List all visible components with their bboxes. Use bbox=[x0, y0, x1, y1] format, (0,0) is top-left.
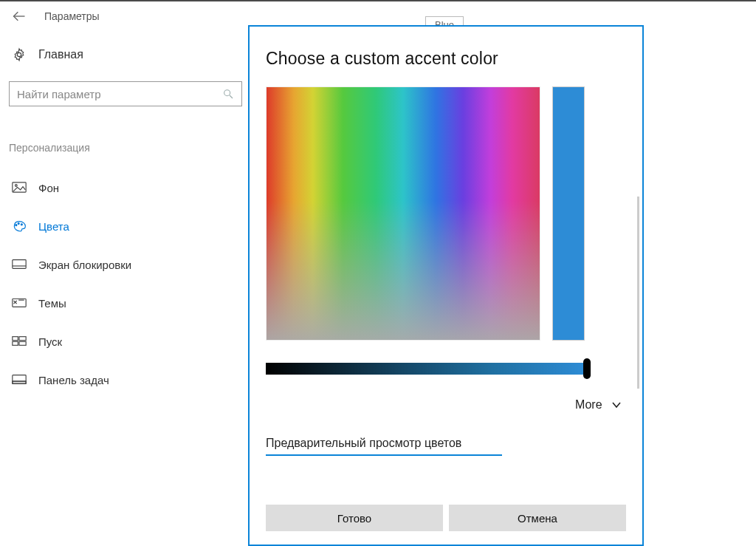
preview-underline bbox=[266, 454, 502, 456]
sidebar-nav: Фон Цвета Экран блокировки bbox=[9, 168, 242, 399]
home-label: Главная bbox=[38, 48, 83, 61]
sidebar-item-label: Цвета bbox=[38, 220, 69, 233]
header-row: Параметры bbox=[12, 9, 100, 24]
lockscreen-icon bbox=[12, 259, 27, 270]
dialog-scrollbar[interactable] bbox=[637, 197, 639, 389]
svg-point-6 bbox=[16, 225, 17, 226]
search-icon bbox=[222, 88, 234, 100]
chevron-down-icon bbox=[611, 398, 622, 411]
svg-point-1 bbox=[17, 52, 21, 56]
svg-point-5 bbox=[16, 185, 18, 187]
svg-rect-13 bbox=[13, 337, 18, 341]
sidebar-item-start[interactable]: Пуск bbox=[9, 322, 242, 361]
start-icon bbox=[12, 335, 27, 347]
sidebar-item-themes[interactable]: Темы bbox=[9, 284, 242, 322]
search-input[interactable]: Найти параметр bbox=[9, 81, 242, 106]
svg-rect-16 bbox=[19, 341, 26, 345]
svg-rect-14 bbox=[19, 337, 26, 341]
done-button[interactable]: Готово bbox=[266, 505, 443, 531]
svg-rect-15 bbox=[13, 341, 18, 345]
value-bar[interactable] bbox=[552, 86, 585, 341]
svg-point-2 bbox=[224, 90, 230, 96]
color-picker-dialog: Choose a custom accent color More Предва… bbox=[248, 25, 644, 546]
palette-icon bbox=[12, 220, 27, 232]
home-row[interactable]: Главная bbox=[12, 47, 83, 62]
done-button-label: Готово bbox=[337, 512, 371, 525]
svg-line-3 bbox=[230, 95, 233, 98]
slider-thumb[interactable] bbox=[583, 358, 591, 379]
svg-point-7 bbox=[18, 223, 19, 225]
sidebar-item-background[interactable]: Фон bbox=[9, 168, 242, 207]
sidebar-item-lockscreen[interactable]: Экран блокировки bbox=[9, 245, 242, 284]
taskbar-icon bbox=[12, 374, 27, 386]
preview-label: Предварительный просмотр цветов bbox=[266, 437, 626, 450]
category-label: Персонализация bbox=[9, 142, 90, 154]
themes-icon bbox=[12, 297, 27, 309]
hue-saturation-field[interactable] bbox=[266, 86, 540, 341]
sidebar-item-label: Панель задач bbox=[38, 374, 109, 386]
window-title: Параметры bbox=[44, 10, 100, 22]
sidebar-item-colors[interactable]: Цвета bbox=[9, 207, 242, 245]
more-toggle[interactable]: More bbox=[266, 398, 626, 412]
sidebar-item-label: Темы bbox=[38, 297, 66, 310]
cancel-button[interactable]: Отмена bbox=[449, 505, 626, 531]
sidebar-item-label: Экран блокировки bbox=[38, 259, 131, 271]
more-label: More bbox=[575, 398, 602, 411]
sidebar-item-label: Пуск bbox=[38, 335, 62, 348]
search-placeholder: Найти параметр bbox=[17, 88, 222, 100]
svg-rect-9 bbox=[13, 260, 26, 269]
dialog-title: Choose a custom accent color bbox=[266, 49, 626, 69]
cancel-button-label: Отмена bbox=[518, 512, 557, 525]
lightness-slider[interactable] bbox=[266, 363, 586, 375]
back-icon[interactable] bbox=[12, 9, 27, 24]
sidebar-item-label: Фон bbox=[38, 182, 59, 194]
gear-icon bbox=[12, 47, 27, 62]
svg-point-8 bbox=[21, 224, 22, 225]
picture-icon bbox=[12, 182, 27, 194]
sidebar-item-taskbar[interactable]: Панель задач bbox=[9, 361, 242, 399]
window-top-bar bbox=[0, 0, 756, 1]
